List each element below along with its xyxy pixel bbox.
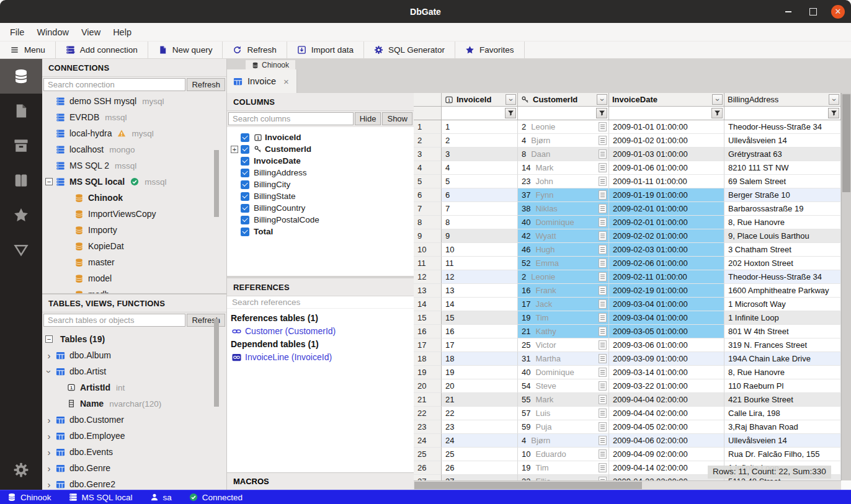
- cell-invoiceid[interactable]: 18: [442, 352, 518, 366]
- row-number-cell[interactable]: 25: [414, 448, 442, 461]
- cell-customerid[interactable]: 4Bjørn: [518, 134, 609, 148]
- cell-invoiceid[interactable]: 23: [442, 420, 518, 434]
- column-toggle-row[interactable]: InvoiceDate: [227, 155, 414, 167]
- cell-invoiceid[interactable]: 22: [442, 407, 518, 420]
- row-number-cell[interactable]: 20: [414, 379, 442, 393]
- cell-invoicedate[interactable]: 2009-03-06 01:00:00: [609, 338, 724, 352]
- close-button[interactable]: ✕: [831, 5, 845, 19]
- sidebar-item-archive[interactable]: [0, 128, 42, 163]
- column-toggle-row[interactable]: BillingState: [227, 190, 414, 202]
- cell-billingaddress[interactable]: Theodor-Heuss-Straße 34: [724, 120, 841, 134]
- document-icon[interactable]: [599, 409, 607, 418]
- columns-search-input[interactable]: [228, 112, 354, 125]
- cell-invoiceid[interactable]: 16: [442, 325, 518, 338]
- import-data-button[interactable]: Import data: [287, 42, 364, 58]
- document-icon[interactable]: [599, 204, 607, 213]
- menu-window[interactable]: Window: [30, 25, 75, 40]
- cell-billingaddress[interactable]: 1 Microsoft Way: [724, 298, 841, 311]
- menu-file[interactable]: File: [4, 25, 30, 40]
- checkbox-checked[interactable]: [241, 216, 249, 224]
- chevron-right-icon[interactable]: ›: [45, 350, 53, 361]
- document-icon[interactable]: [599, 463, 607, 472]
- connections-scrollbar[interactable]: [214, 150, 219, 217]
- row-number-cell[interactable]: 7: [414, 202, 442, 216]
- cell-customerid[interactable]: 38Niklas: [518, 202, 609, 216]
- cell-invoicedate[interactable]: 2009-02-06 01:00:00: [609, 257, 724, 270]
- cell-invoiceid[interactable]: 20: [442, 379, 518, 393]
- cell-invoicedate[interactable]: 2009-03-09 01:00:00: [609, 352, 724, 366]
- row-number-cell[interactable]: 9: [414, 229, 442, 243]
- cell-customerid[interactable]: 57Luis: [518, 407, 609, 420]
- checkbox-checked[interactable]: [241, 192, 249, 201]
- checkbox-checked[interactable]: [241, 228, 249, 236]
- sidebar-item-files[interactable]: [0, 94, 42, 128]
- hide-button[interactable]: Hide: [355, 112, 381, 125]
- cell-invoiceid[interactable]: 4: [442, 161, 518, 175]
- cell-billingaddress[interactable]: 3 Chatham Street: [724, 243, 841, 257]
- cell-invoicedate[interactable]: 2009-01-03 01:00:00: [609, 148, 724, 161]
- sidebar-item-filters[interactable]: [0, 232, 42, 267]
- cell-invoicedate[interactable]: 2009-01-02 01:00:00: [609, 134, 724, 148]
- filter-button[interactable]: [711, 108, 723, 118]
- row-number-cell[interactable]: 19: [414, 366, 442, 379]
- document-icon[interactable]: [599, 327, 607, 336]
- cell-customerid[interactable]: 59Puja: [518, 420, 609, 434]
- row-number-cell[interactable]: 2: [414, 134, 442, 148]
- document-icon[interactable]: [599, 122, 607, 131]
- column-toggle-row[interactable]: 1InvoiceId: [227, 131, 414, 143]
- scrollbar-thumb[interactable]: [414, 482, 642, 489]
- cell-billingaddress[interactable]: 3,Raj Bhavan Road: [724, 420, 841, 434]
- cell-invoiceid[interactable]: 1: [442, 120, 518, 134]
- row-number-cell[interactable]: 24: [414, 434, 442, 448]
- connection-item[interactable]: MS SQL 2mssql: [42, 157, 226, 174]
- cell-invoiceid[interactable]: 26: [442, 461, 518, 475]
- cell-billingaddress[interactable]: 801 W 4th Street: [724, 325, 841, 338]
- filter-input[interactable]: [442, 107, 504, 119]
- sidebar-item-connections[interactable]: [0, 59, 42, 94]
- tab-group-chinook[interactable]: Chinook: [246, 60, 295, 70]
- cell-customerid[interactable]: 55Mark: [518, 393, 609, 407]
- tab-invoice[interactable]: Invoice ×: [227, 69, 297, 93]
- cell-invoicedate[interactable]: 2009-02-19 01:00:00: [609, 284, 724, 298]
- cell-invoiceid[interactable]: 8: [442, 216, 518, 229]
- menu-help[interactable]: Help: [107, 25, 138, 40]
- cell-customerid[interactable]: 19Tim: [518, 461, 609, 475]
- cell-customerid[interactable]: 19Tim: [518, 311, 609, 325]
- grid-horizontal-scrollbar[interactable]: [414, 480, 841, 490]
- document-icon[interactable]: [599, 313, 607, 322]
- tree-item-table[interactable]: ›dbo.Customer: [42, 412, 226, 428]
- cell-customerid[interactable]: 23John: [518, 175, 609, 188]
- row-number-cell[interactable]: 3: [414, 148, 442, 161]
- cell-invoicedate[interactable]: 2009-03-04 01:00:00: [609, 298, 724, 311]
- cell-billingaddress[interactable]: Theodor-Heuss-Straße 34: [724, 270, 841, 284]
- refresh-button[interactable]: Refresh: [223, 42, 287, 58]
- cell-invoicedate[interactable]: 2009-04-05 02:00:00: [609, 420, 724, 434]
- cell-customerid[interactable]: 8Daan: [518, 148, 609, 161]
- cell-invoicedate[interactable]: 2009-01-01 01:00:00: [609, 120, 724, 134]
- cell-customerid[interactable]: 2Leonie: [518, 120, 609, 134]
- cell-invoicedate[interactable]: 2009-02-03 01:00:00: [609, 243, 724, 257]
- menu-view[interactable]: View: [75, 25, 107, 40]
- document-icon[interactable]: [599, 190, 607, 200]
- column-toggle-row[interactable]: BillingPostalCode: [227, 214, 414, 226]
- cell-invoiceid[interactable]: 11: [442, 257, 518, 270]
- status-item-connected[interactable]: Connected: [189, 493, 243, 502]
- document-icon[interactable]: [599, 259, 607, 268]
- cell-invoicedate[interactable]: 2009-01-11 01:00:00: [609, 175, 724, 188]
- cell-invoicedate[interactable]: 2009-02-01 01:00:00: [609, 216, 724, 229]
- document-icon[interactable]: [599, 163, 607, 172]
- checkbox-checked[interactable]: [241, 204, 249, 213]
- cell-customerid[interactable]: 40Dominique: [518, 366, 609, 379]
- row-number-cell[interactable]: 6: [414, 188, 442, 202]
- menu-button[interactable]: Menu: [0, 42, 56, 58]
- row-number-cell[interactable]: 15: [414, 311, 442, 325]
- cell-customerid[interactable]: 31Martha: [518, 352, 609, 366]
- cell-invoicedate[interactable]: 2009-04-04 02:00:00: [609, 393, 724, 407]
- document-icon[interactable]: [599, 231, 607, 241]
- filter-input[interactable]: [610, 107, 710, 119]
- row-number-cell[interactable]: 5: [414, 175, 442, 188]
- row-number-cell[interactable]: 21: [414, 393, 442, 407]
- cell-invoiceid[interactable]: 2: [442, 134, 518, 148]
- cell-invoiceid[interactable]: 17: [442, 338, 518, 352]
- cell-billingaddress[interactable]: 110 Raeburn Pl: [724, 379, 841, 393]
